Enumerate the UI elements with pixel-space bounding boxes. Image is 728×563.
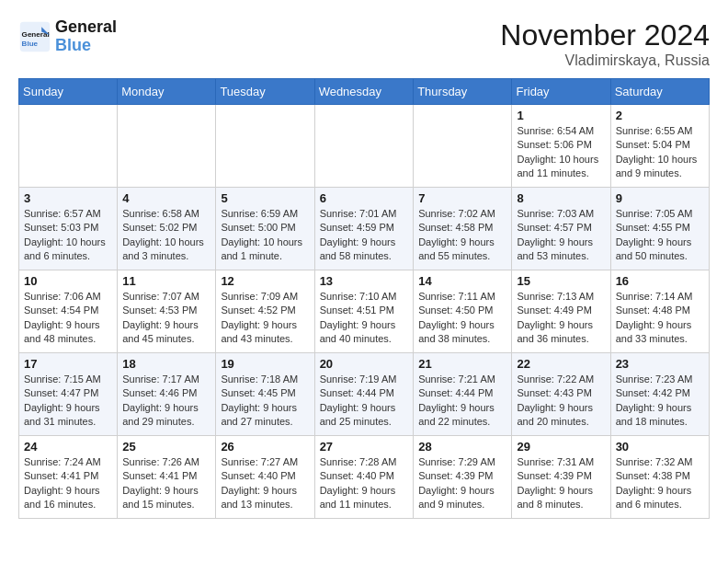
day-cell: 16Sunrise: 7:14 AM Sunset: 4:48 PM Dayli…: [610, 270, 709, 353]
day-number: 20: [320, 357, 409, 371]
location-title: Vladimirskaya, Russia: [500, 52, 710, 69]
day-cell: 24Sunrise: 7:24 AM Sunset: 4:41 PM Dayli…: [19, 436, 118, 519]
day-cell: 12Sunrise: 7:09 AM Sunset: 4:52 PM Dayli…: [216, 270, 314, 353]
day-number: 23: [616, 357, 704, 371]
day-number: 10: [24, 274, 112, 288]
day-cell: 9Sunrise: 7:05 AM Sunset: 4:55 PM Daylig…: [610, 188, 709, 270]
weekday-header-row: SundayMondayTuesdayWednesdayThursdayFrid…: [19, 79, 710, 105]
day-cell: 19Sunrise: 7:18 AM Sunset: 4:45 PM Dayli…: [216, 353, 314, 436]
day-info: Sunrise: 7:07 AM Sunset: 4:53 PM Dayligh…: [122, 290, 210, 347]
day-info: Sunrise: 7:17 AM Sunset: 4:46 PM Dayligh…: [122, 373, 210, 430]
day-info: Sunrise: 7:09 AM Sunset: 4:52 PM Dayligh…: [221, 290, 309, 347]
day-number: 27: [320, 440, 409, 454]
day-info: Sunrise: 7:14 AM Sunset: 4:48 PM Dayligh…: [616, 290, 704, 347]
day-info: Sunrise: 6:55 AM Sunset: 5:04 PM Dayligh…: [616, 124, 704, 181]
day-cell: 2Sunrise: 6:55 AM Sunset: 5:04 PM Daylig…: [610, 105, 709, 188]
day-number: 21: [418, 357, 506, 371]
day-number: 18: [122, 357, 210, 371]
day-info: Sunrise: 7:18 AM Sunset: 4:45 PM Dayligh…: [221, 373, 309, 430]
day-cell: 17Sunrise: 7:15 AM Sunset: 4:47 PM Dayli…: [19, 353, 118, 436]
week-row-2: 3Sunrise: 6:57 AM Sunset: 5:03 PM Daylig…: [19, 188, 710, 270]
day-info: Sunrise: 7:03 AM Sunset: 4:57 PM Dayligh…: [517, 207, 605, 264]
day-cell: 5Sunrise: 6:59 AM Sunset: 5:00 PM Daylig…: [216, 188, 314, 270]
day-number: 22: [517, 357, 605, 371]
title-block: November 2024 Vladimirskaya, Russia: [500, 18, 710, 69]
weekday-friday: Friday: [512, 79, 610, 105]
day-cell: 3Sunrise: 6:57 AM Sunset: 5:03 PM Daylig…: [19, 188, 118, 270]
day-cell: [216, 105, 314, 188]
day-info: Sunrise: 7:06 AM Sunset: 4:54 PM Dayligh…: [24, 290, 112, 347]
day-number: 12: [221, 274, 309, 288]
weekday-wednesday: Wednesday: [314, 79, 414, 105]
day-number: 16: [616, 274, 704, 288]
day-cell: 15Sunrise: 7:13 AM Sunset: 4:49 PM Dayli…: [512, 270, 610, 353]
day-cell: [19, 105, 118, 188]
day-cell: 25Sunrise: 7:26 AM Sunset: 4:41 PM Dayli…: [118, 436, 216, 519]
day-number: 29: [517, 440, 605, 454]
day-cell: 30Sunrise: 7:32 AM Sunset: 4:38 PM Dayli…: [610, 436, 709, 519]
day-info: Sunrise: 7:05 AM Sunset: 4:55 PM Dayligh…: [616, 207, 704, 264]
day-info: Sunrise: 6:57 AM Sunset: 5:03 PM Dayligh…: [24, 207, 112, 264]
day-cell: 23Sunrise: 7:23 AM Sunset: 4:42 PM Dayli…: [610, 353, 709, 436]
day-number: 8: [517, 191, 605, 205]
day-number: 7: [418, 191, 506, 205]
day-info: Sunrise: 7:27 AM Sunset: 4:40 PM Dayligh…: [221, 455, 309, 512]
day-info: Sunrise: 7:11 AM Sunset: 4:50 PM Dayligh…: [418, 290, 506, 347]
day-number: 26: [221, 440, 309, 454]
day-cell: 4Sunrise: 6:58 AM Sunset: 5:02 PM Daylig…: [118, 188, 216, 270]
day-number: 14: [418, 274, 506, 288]
day-cell: 6Sunrise: 7:01 AM Sunset: 4:59 PM Daylig…: [314, 188, 414, 270]
calendar: SundayMondayTuesdayWednesdayThursdayFrid…: [18, 78, 710, 519]
day-number: 17: [24, 357, 112, 371]
calendar-body: 1Sunrise: 6:54 AM Sunset: 5:06 PM Daylig…: [19, 105, 710, 519]
weekday-saturday: Saturday: [610, 79, 709, 105]
logo-icon: General Blue: [18, 20, 51, 53]
weekday-monday: Monday: [118, 79, 216, 105]
day-info: Sunrise: 7:13 AM Sunset: 4:49 PM Dayligh…: [517, 290, 605, 347]
day-cell: 20Sunrise: 7:19 AM Sunset: 4:44 PM Dayli…: [314, 353, 414, 436]
day-cell: 8Sunrise: 7:03 AM Sunset: 4:57 PM Daylig…: [512, 188, 610, 270]
day-cell: [314, 105, 414, 188]
day-cell: [118, 105, 216, 188]
day-cell: 28Sunrise: 7:29 AM Sunset: 4:39 PM Dayli…: [414, 436, 512, 519]
day-number: 2: [616, 109, 704, 122]
day-info: Sunrise: 7:19 AM Sunset: 4:44 PM Dayligh…: [320, 373, 409, 430]
day-number: 1: [517, 109, 605, 122]
day-info: Sunrise: 6:59 AM Sunset: 5:00 PM Dayligh…: [221, 207, 309, 264]
day-number: 13: [320, 274, 409, 288]
week-row-5: 24Sunrise: 7:24 AM Sunset: 4:41 PM Dayli…: [19, 436, 710, 519]
day-cell: 29Sunrise: 7:31 AM Sunset: 4:39 PM Dayli…: [512, 436, 610, 519]
day-cell: 14Sunrise: 7:11 AM Sunset: 4:50 PM Dayli…: [414, 270, 512, 353]
day-number: 11: [122, 274, 210, 288]
weekday-thursday: Thursday: [414, 79, 512, 105]
day-number: 25: [122, 440, 210, 454]
logo: General Blue GeneralBlue: [18, 18, 117, 55]
day-number: 30: [616, 440, 704, 454]
svg-text:Blue: Blue: [22, 40, 39, 48]
day-number: 28: [418, 440, 506, 454]
day-number: 9: [616, 191, 704, 205]
day-info: Sunrise: 7:32 AM Sunset: 4:38 PM Dayligh…: [616, 455, 704, 512]
day-info: Sunrise: 6:58 AM Sunset: 5:02 PM Dayligh…: [122, 207, 210, 264]
day-cell: 7Sunrise: 7:02 AM Sunset: 4:58 PM Daylig…: [414, 188, 512, 270]
day-number: 5: [221, 191, 309, 205]
day-cell: 10Sunrise: 7:06 AM Sunset: 4:54 PM Dayli…: [19, 270, 118, 353]
day-info: Sunrise: 7:15 AM Sunset: 4:47 PM Dayligh…: [24, 373, 112, 430]
day-info: Sunrise: 7:29 AM Sunset: 4:39 PM Dayligh…: [418, 455, 506, 512]
week-row-3: 10Sunrise: 7:06 AM Sunset: 4:54 PM Dayli…: [19, 270, 710, 353]
day-number: 19: [221, 357, 309, 371]
day-cell: 1Sunrise: 6:54 AM Sunset: 5:06 PM Daylig…: [512, 105, 610, 188]
day-cell: 21Sunrise: 7:21 AM Sunset: 4:44 PM Dayli…: [414, 353, 512, 436]
day-number: 24: [24, 440, 112, 454]
day-number: 3: [24, 191, 112, 205]
day-cell: 18Sunrise: 7:17 AM Sunset: 4:46 PM Dayli…: [118, 353, 216, 436]
day-cell: 27Sunrise: 7:28 AM Sunset: 4:40 PM Dayli…: [314, 436, 414, 519]
day-info: Sunrise: 7:23 AM Sunset: 4:42 PM Dayligh…: [616, 373, 704, 430]
week-row-1: 1Sunrise: 6:54 AM Sunset: 5:06 PM Daylig…: [19, 105, 710, 188]
day-info: Sunrise: 7:22 AM Sunset: 4:43 PM Dayligh…: [517, 373, 605, 430]
day-info: Sunrise: 7:24 AM Sunset: 4:41 PM Dayligh…: [24, 455, 112, 512]
day-cell: 11Sunrise: 7:07 AM Sunset: 4:53 PM Dayli…: [118, 270, 216, 353]
page-header: General Blue GeneralBlue November 2024 V…: [18, 18, 710, 69]
day-info: Sunrise: 7:28 AM Sunset: 4:40 PM Dayligh…: [320, 455, 409, 512]
weekday-tuesday: Tuesday: [216, 79, 314, 105]
